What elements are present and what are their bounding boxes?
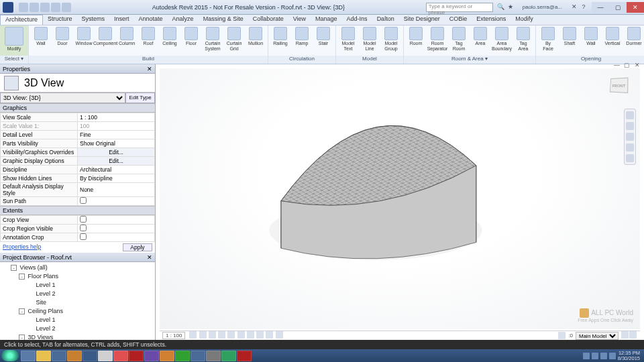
property-value[interactable]: Fine bbox=[78, 131, 155, 139]
nav-zoom-icon[interactable] bbox=[626, 133, 634, 141]
panel-label[interactable]: Model bbox=[336, 56, 403, 64]
signin-icon[interactable]: ★ bbox=[506, 3, 515, 11]
doc-window-buttons[interactable]: — ▢ ✕ bbox=[614, 62, 641, 68]
taskbar-app[interactable] bbox=[144, 351, 159, 361]
view-scale[interactable]: 1 : 100 bbox=[162, 332, 185, 339]
tray-network-icon[interactable] bbox=[600, 353, 607, 359]
ribbon-shaft-button[interactable]: Shaft bbox=[559, 27, 580, 46]
taskbar-app[interactable] bbox=[67, 351, 82, 361]
ribbon-mullion-button[interactable]: Mullion bbox=[246, 27, 266, 46]
ribbon-dormer-button[interactable]: Dormer bbox=[624, 27, 644, 46]
tab-annotate[interactable]: Annotate bbox=[134, 15, 168, 25]
crop-icon[interactable] bbox=[237, 331, 245, 339]
tab-architecture[interactable]: Architecture bbox=[0, 15, 43, 25]
property-value[interactable]: Edit... bbox=[78, 157, 155, 166]
clock[interactable]: 12:35 PM8/30/2015 bbox=[618, 351, 640, 361]
taskbar-app[interactable] bbox=[175, 351, 190, 361]
exchange-icon[interactable]: ✕ bbox=[570, 3, 578, 11]
shadows-icon[interactable] bbox=[218, 331, 225, 339]
properties-close-icon[interactable]: ✕ bbox=[147, 66, 152, 72]
ribbon-modify-button[interactable]: Modify bbox=[2, 27, 26, 52]
help-search-input[interactable]: Type a keyword or phrase bbox=[426, 3, 493, 12]
property-value[interactable]: Architectural bbox=[78, 166, 155, 174]
tab-add-ins[interactable]: Add-Ins bbox=[342, 15, 372, 25]
tab-extensions[interactable]: Extensions bbox=[472, 15, 511, 25]
taskbar-app[interactable] bbox=[221, 351, 236, 361]
workset-selector[interactable]: Main Model bbox=[576, 332, 619, 340]
property-row[interactable]: Default Analysis Display StyleNone bbox=[1, 183, 155, 197]
tree-expander-icon[interactable]: - bbox=[19, 335, 25, 340]
taskbar-app[interactable] bbox=[113, 351, 128, 361]
properties-header[interactable]: Properties ✕ bbox=[0, 64, 155, 74]
property-row[interactable]: Crop View bbox=[1, 216, 155, 225]
property-value[interactable]: None bbox=[78, 183, 155, 197]
tree-item[interactable]: Level 1 bbox=[27, 316, 152, 324]
sun-path-icon[interactable] bbox=[209, 331, 216, 339]
ribbon-tag-button[interactable]: Tag Room bbox=[449, 27, 469, 52]
search-icon[interactable]: 🔍 bbox=[497, 3, 505, 11]
taskbar-app[interactable] bbox=[160, 351, 174, 361]
visual-style-icon[interactable] bbox=[199, 331, 207, 339]
property-row[interactable]: Scale Value 1:100 bbox=[1, 122, 155, 131]
ribbon-curtain-button[interactable]: Curtain System bbox=[203, 27, 223, 52]
property-section-header[interactable]: Extents bbox=[0, 206, 155, 215]
qat-open-icon[interactable] bbox=[19, 3, 28, 12]
ribbon-tag-button[interactable]: Tag Area bbox=[513, 27, 533, 52]
property-row[interactable]: Sun Path bbox=[1, 197, 155, 206]
apply-button[interactable]: Apply bbox=[123, 243, 152, 251]
reveal-icon[interactable] bbox=[276, 331, 283, 339]
minimize-button[interactable]: — bbox=[592, 2, 609, 13]
tab-site-designer[interactable]: Site Designer bbox=[399, 15, 445, 25]
selection-filter-icon[interactable] bbox=[558, 332, 566, 339]
instance-selector[interactable]: 3D View: {3D} bbox=[0, 93, 125, 103]
panel-label[interactable]: Room & Area ▾ bbox=[404, 56, 535, 64]
design-options-icon[interactable] bbox=[621, 331, 629, 339]
taskbar-app[interactable] bbox=[206, 351, 221, 361]
qat-print-icon[interactable] bbox=[62, 3, 71, 12]
tree-item[interactable]: Level 2 bbox=[27, 290, 152, 298]
tab-analyze[interactable]: Analyze bbox=[168, 15, 199, 25]
property-section-header[interactable]: Graphics bbox=[0, 103, 155, 113]
property-row[interactable]: View Scale1 : 100 bbox=[1, 113, 155, 122]
properties-help-link[interactable]: Properties help bbox=[3, 243, 41, 251]
temp-hide-icon[interactable] bbox=[266, 331, 273, 339]
tree-item[interactable]: Site bbox=[27, 298, 152, 307]
app-icon[interactable] bbox=[3, 2, 13, 13]
rendering-icon[interactable] bbox=[227, 331, 235, 339]
panel-label[interactable]: Build bbox=[29, 56, 268, 64]
nav-pan-icon[interactable] bbox=[626, 122, 634, 130]
qat-undo-icon[interactable] bbox=[40, 3, 50, 12]
project-browser-header[interactable]: Project Browser - Roof.rvt ✕ bbox=[0, 253, 155, 262]
nav-wheel-icon[interactable] bbox=[626, 111, 634, 119]
tab-view[interactable]: View bbox=[288, 15, 311, 25]
property-value[interactable] bbox=[78, 233, 155, 242]
property-value[interactable] bbox=[78, 197, 155, 206]
user-label[interactable]: paolo.serra@a... bbox=[523, 4, 562, 10]
ribbon-curtain-button[interactable]: Curtain Grid bbox=[224, 27, 244, 52]
close-button[interactable]: ✕ bbox=[627, 2, 644, 13]
ribbon-roof-button[interactable]: Roof bbox=[138, 27, 158, 46]
taskbar-app[interactable] bbox=[21, 351, 36, 361]
viewcube-face[interactable]: FRONT bbox=[610, 78, 629, 93]
tree-expander-icon[interactable]: - bbox=[19, 274, 25, 280]
ribbon-model-button[interactable]: Model Text bbox=[338, 27, 358, 52]
panel-label[interactable]: Circulation bbox=[268, 56, 335, 64]
tab-dalton[interactable]: Dalton bbox=[372, 15, 399, 25]
ribbon-vertical-button[interactable]: Vertical bbox=[602, 27, 623, 46]
tree-expander-icon[interactable]: - bbox=[19, 308, 25, 314]
project-browser-close-icon[interactable]: ✕ bbox=[147, 254, 152, 261]
qat-save-icon[interactable] bbox=[30, 3, 39, 12]
ribbon-area-button[interactable]: Area Boundary bbox=[492, 27, 512, 52]
canvas[interactable]: FRONT ALL PC World Free Apps One Click A… bbox=[160, 68, 640, 329]
tab-collaborate[interactable]: Collaborate bbox=[248, 15, 288, 25]
ribbon-column-button[interactable]: Column bbox=[117, 27, 137, 46]
taskbar-app[interactable] bbox=[83, 351, 97, 361]
tab-manage[interactable]: Manage bbox=[311, 15, 342, 25]
maximize-button[interactable]: ▢ bbox=[609, 2, 627, 13]
tab-massing-site[interactable]: Massing & Site bbox=[199, 15, 248, 25]
taskbar-app[interactable] bbox=[98, 351, 113, 361]
property-value[interactable] bbox=[78, 216, 155, 225]
ribbon-model-button[interactable]: Model Group bbox=[381, 27, 401, 52]
edit-type-button[interactable]: Edit Type bbox=[125, 93, 155, 103]
tab-modify[interactable]: Modify bbox=[511, 15, 538, 25]
